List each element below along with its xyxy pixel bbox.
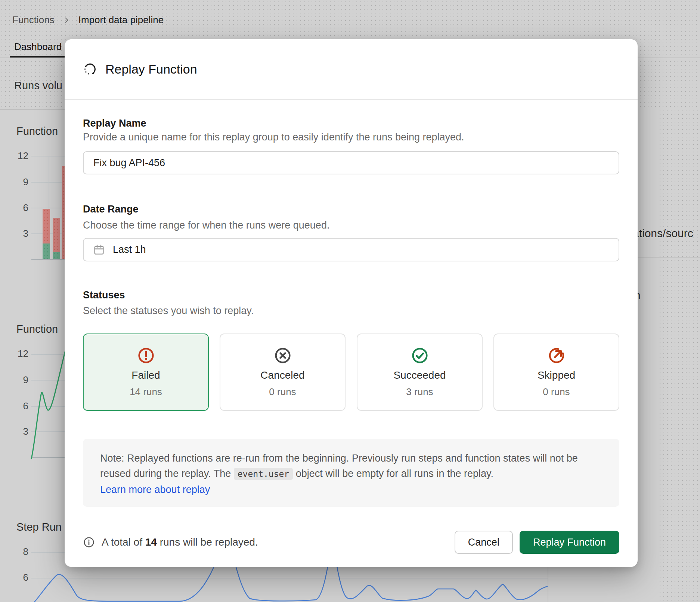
status-card-label: Canceled <box>260 369 304 381</box>
modal-header: Replay Function <box>83 39 619 99</box>
check-circle-icon <box>411 347 429 364</box>
status-card-canceled[interactable]: Canceled 0 runs <box>220 333 346 411</box>
x-circle-icon <box>274 347 292 364</box>
modal-title: Replay Function <box>105 62 197 77</box>
arrow-up-right-circle-icon <box>548 347 566 364</box>
modal-header-divider <box>65 99 638 100</box>
status-card-label: Succeeded <box>393 369 446 381</box>
alert-circle-icon <box>137 347 155 364</box>
status-card-runs: 3 runs <box>406 386 433 398</box>
date-range-description: Choose the time range for when the runs … <box>83 220 329 231</box>
statuses-label: Statuses <box>83 289 125 301</box>
statuses-description: Select the statuses you wish to replay. <box>83 305 254 317</box>
replay-icon <box>83 62 97 76</box>
status-card-runs: 0 runs <box>269 386 296 398</box>
replay-name-description: Provide a unique name for this replay gr… <box>83 131 464 143</box>
chart2-green-line <box>31 349 66 459</box>
status-card-failed[interactable]: Failed 14 runs <box>83 333 209 411</box>
learn-more-link[interactable]: Learn more about replay <box>100 484 210 496</box>
date-range-select[interactable]: Last 1h <box>83 238 619 261</box>
date-range-value: Last 1h <box>113 244 146 255</box>
calendar-icon <box>93 243 105 256</box>
note-box: Note: Replayed functions are re-run from… <box>83 439 619 507</box>
note-text: Note: Replayed functions are re-run from… <box>100 451 602 482</box>
note-code-chip: event.user <box>234 468 293 480</box>
replay-function-modal: Replay Function Replay Name Provide a un… <box>65 39 638 567</box>
modal-footer: A total of 14 runs will be replayed. Can… <box>83 531 619 554</box>
replay-name-label: Replay Name <box>83 118 146 129</box>
footer-summary: A total of 14 runs will be replayed. <box>83 536 258 548</box>
summary-count: 14 <box>145 536 157 548</box>
date-range-label: Date Range <box>83 204 139 215</box>
replay-name-input[interactable] <box>83 151 619 174</box>
footer-buttons: Cancel Replay Function <box>455 531 619 554</box>
footer-summary-text: A total of 14 runs will be replayed. <box>102 536 258 548</box>
status-card-runs: 14 runs <box>130 386 162 398</box>
note-text-after: object will be empty for all runs in the… <box>296 468 493 479</box>
status-card-runs: 0 runs <box>543 386 570 398</box>
cancel-button[interactable]: Cancel <box>455 531 513 554</box>
status-card-succeeded[interactable]: Succeeded 3 runs <box>357 333 483 411</box>
summary-prefix: A total of <box>102 536 142 548</box>
info-icon <box>83 536 95 548</box>
status-card-label: Skipped <box>538 369 575 381</box>
replay-function-button[interactable]: Replay Function <box>520 531 619 554</box>
status-card-label: Failed <box>131 369 160 381</box>
status-card-skipped[interactable]: Skipped 0 runs <box>493 333 619 411</box>
summary-suffix: runs will be replayed. <box>160 536 258 548</box>
